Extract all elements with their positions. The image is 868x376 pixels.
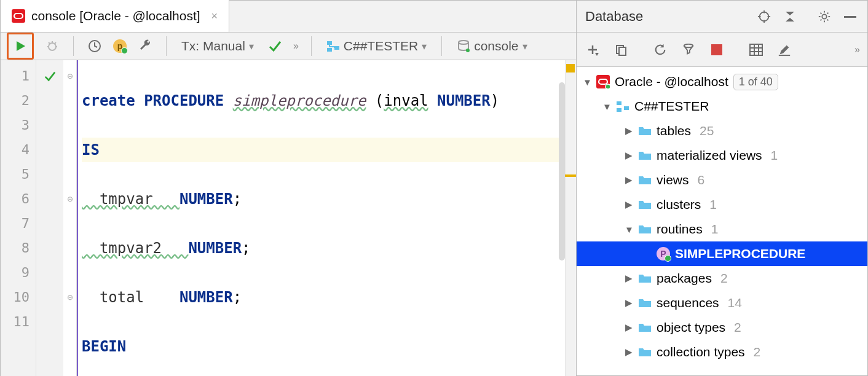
chevron-right-icon: ▶	[625, 297, 633, 308]
folder-icon	[638, 174, 652, 186]
tree-node-packages[interactable]: ▶packages2	[577, 266, 867, 291]
refresh-icon[interactable]	[652, 41, 669, 58]
play-icon	[14, 40, 26, 52]
target-icon[interactable]	[756, 8, 773, 25]
warning-marker[interactable]	[566, 64, 575, 72]
procedure-icon: P	[657, 247, 670, 260]
svg-line-28	[827, 19, 829, 20]
code-area[interactable]: create PROCEDURE simpleprocedure (inval …	[77, 60, 576, 376]
close-icon[interactable]: ×	[211, 10, 218, 23]
folder-icon	[638, 322, 652, 333]
tree-node-colltypes[interactable]: ▶collection types2	[577, 340, 867, 364]
add-icon[interactable]	[584, 41, 601, 58]
console-icon	[457, 39, 470, 53]
minimize-icon[interactable]	[842, 8, 859, 25]
more-icon[interactable]: »	[293, 41, 299, 52]
code-editor[interactable]: 1234567891011 ⊖⊖⊖ create PROCEDURE simpl…	[1, 60, 576, 376]
editor-tab[interactable]: console [Oracle - @localhost] ×	[1, 0, 229, 32]
db-titlebar: Database	[577, 1, 867, 33]
mark-gutter	[36, 60, 63, 376]
chevron-right-icon: ▶	[625, 150, 633, 161]
more-icon[interactable]: »	[854, 44, 860, 55]
folder-icon	[638, 125, 652, 136]
scrollbar[interactable]	[559, 82, 565, 260]
warning-marker[interactable]	[565, 174, 576, 177]
database-tool-window: Database » ▼ Oracle - @localhost	[577, 1, 867, 375]
svg-line-8	[55, 42, 56, 44]
gear-icon[interactable]	[816, 8, 833, 25]
tree-node-procedure[interactable]: PSIMPLEPROCEDURE	[577, 241, 867, 266]
svg-line-27	[821, 12, 822, 14]
separator	[441, 36, 442, 56]
stop-icon[interactable]	[708, 41, 725, 58]
chevron-right-icon: ▶	[625, 273, 633, 284]
svg-marker-21	[786, 18, 794, 22]
db-tree[interactable]: ▼ Oracle - @localhost 1 of 40 ▼ C##TESTE…	[577, 67, 867, 375]
svg-point-3	[49, 43, 56, 50]
schema-selector[interactable]: C##TESTER ▾	[324, 39, 429, 53]
chevron-down-icon: ▾	[249, 41, 254, 52]
editor-pane: console [Oracle - @localhost] × p Tx: Ma…	[1, 1, 577, 375]
svg-rect-12	[327, 48, 332, 52]
tree-node-tables[interactable]: ▶tables25	[577, 119, 867, 143]
svg-line-30	[827, 12, 829, 14]
edit-icon[interactable]	[776, 41, 793, 58]
folder-icon	[638, 273, 652, 284]
folder-icon	[638, 297, 652, 308]
table-icon[interactable]	[748, 41, 765, 58]
svg-point-15	[760, 12, 769, 21]
chevron-down-icon: ▼	[602, 101, 611, 112]
tree-node-objtypes[interactable]: ▶object types2	[577, 315, 867, 340]
svg-rect-40	[750, 44, 762, 55]
chevron-down-icon: ▼	[625, 224, 633, 235]
schema-label: C##TESTER	[634, 99, 709, 114]
tx-mode-button[interactable]: Tx: Manual ▾	[179, 39, 256, 53]
tree-node-views[interactable]: ▶views6	[577, 168, 867, 192]
console-label: console	[474, 39, 518, 53]
svg-marker-20	[786, 12, 794, 15]
chevron-right-icon: ▶	[625, 174, 633, 186]
chevron-down-icon: ▼	[583, 77, 591, 87]
schema-node[interactable]: ▼ C##TESTER	[577, 94, 867, 119]
chevron-right-icon: ▶	[625, 322, 633, 333]
folder-icon	[638, 199, 652, 210]
separator	[166, 36, 167, 56]
editor-tab-title: console [Oracle - @localhost]	[31, 9, 200, 23]
tree-node-matviews[interactable]: ▶materialized views1	[577, 143, 867, 168]
commit-icon[interactable]	[266, 37, 283, 55]
fold-gutter[interactable]: ⊖⊖⊖	[63, 60, 77, 376]
bug-icon[interactable]	[44, 37, 61, 55]
svg-rect-10	[327, 41, 332, 45]
oracle-icon	[12, 9, 25, 23]
chevron-right-icon: ▶	[625, 199, 633, 210]
datasource-node[interactable]: ▼ Oracle - @localhost 1 of 40	[577, 69, 867, 94]
run-button[interactable]	[7, 33, 34, 60]
folder-icon	[638, 150, 652, 161]
svg-rect-11	[334, 46, 339, 50]
console-selector[interactable]: console ▾	[454, 39, 529, 53]
chevron-down-icon: ▾	[523, 41, 527, 52]
svg-point-48	[606, 84, 610, 88]
tx-mode-label: Tx: Manual	[181, 39, 245, 53]
svg-point-13	[459, 41, 468, 44]
chevron-down-icon: ▾	[422, 41, 427, 52]
wrench-icon[interactable]	[136, 37, 154, 55]
svg-line-29	[821, 19, 822, 20]
p-badge-icon[interactable]: p	[113, 39, 127, 53]
schema-icon	[616, 100, 629, 113]
tree-node-clusters[interactable]: ▶clusters1	[577, 192, 867, 217]
collapse-icon[interactable]	[781, 8, 799, 25]
history-icon[interactable]	[86, 37, 103, 55]
filter-icon[interactable]	[680, 41, 697, 58]
copy-icon[interactable]	[612, 41, 629, 58]
db-title: Database	[585, 9, 747, 25]
separator	[311, 36, 312, 56]
tree-node-routines[interactable]: ▼routines1	[577, 217, 867, 241]
svg-line-7	[49, 42, 50, 44]
error-stripe[interactable]	[565, 60, 576, 376]
schema-icon	[326, 39, 340, 53]
svg-marker-34	[595, 53, 599, 56]
tree-node-sequences[interactable]: ▶sequences14	[577, 291, 867, 315]
chevron-right-icon: ▶	[625, 347, 633, 358]
svg-rect-39	[711, 44, 722, 55]
